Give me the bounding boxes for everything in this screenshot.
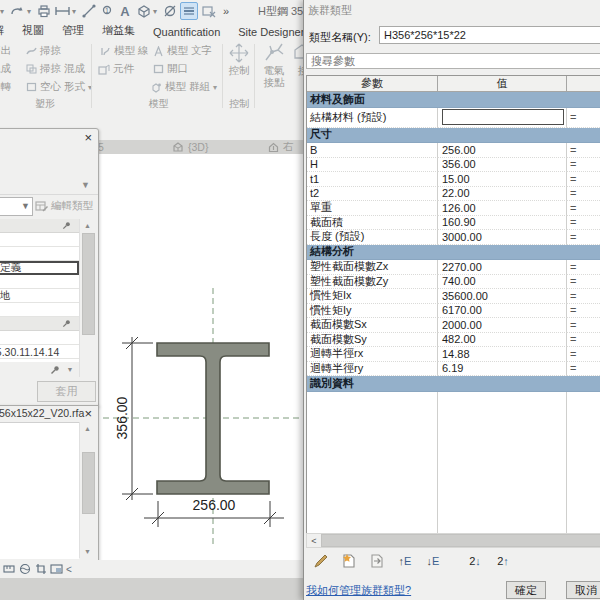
revolve-button[interactable]: 迴轉	[0, 80, 11, 94]
close-hidden-windows-icon[interactable]	[200, 3, 216, 19]
move-parameter-up-icon[interactable]: ↑↑EE	[396, 552, 414, 570]
parameter-row[interactable]: 塑性截面模數Zx2270.00=	[307, 260, 600, 275]
swept-blend-button[interactable]: 掃掠 混成	[26, 62, 85, 76]
visual-style-icon[interactable]	[18, 563, 31, 576]
parameter-row[interactable]: t115.00=	[307, 172, 600, 187]
default-3d-view-icon[interactable]	[135, 3, 151, 19]
model-text-button[interactable]: 模型 文字	[153, 44, 212, 58]
delete-parameter-icon[interactable]	[368, 552, 386, 570]
parameter-group-header[interactable]: 識別資料	[307, 376, 600, 392]
drawing-area[interactable]: 356.00 256.00	[97, 154, 303, 560]
redo-icon[interactable]	[9, 3, 25, 19]
cancel-button[interactable]: 取消	[566, 581, 600, 599]
type-selector[interactable]: ▼	[0, 146, 98, 195]
parameter-row[interactable]: 截面模數Sy482.00=	[307, 333, 600, 348]
help-link[interactable]: 我如何管理族群類型?	[306, 583, 411, 598]
property-row[interactable]	[0, 233, 79, 247]
parameter-row[interactable]: 截面模數Sx2000.00=	[307, 318, 600, 333]
scrollbar-thumb[interactable]	[321, 534, 600, 547]
parameter-group-header[interactable]: 尺寸	[307, 128, 600, 144]
show-crop-icon[interactable]	[50, 563, 63, 576]
dimension-height-text[interactable]: 356.00	[114, 396, 130, 439]
parameter-row[interactable]: 慣性矩Ix35600.00=	[307, 289, 600, 304]
property-row[interactable]	[0, 275, 79, 289]
parameter-row[interactable]: 長度 (預設)3000.00=	[307, 230, 600, 245]
panel-model-label[interactable]: 模型	[95, 97, 222, 111]
parameter-row[interactable]: 迴轉半徑ry6.19=	[307, 362, 600, 377]
close-icon[interactable]: ×	[84, 131, 92, 144]
section-icon[interactable]	[162, 3, 178, 19]
text-tool-icon[interactable]: A	[117, 3, 133, 19]
property-group-header[interactable]	[0, 219, 79, 233]
crop-region-icon[interactable]	[34, 563, 47, 576]
scrollbar-thumb[interactable]	[82, 452, 95, 514]
properties-filter-dropdown[interactable]: ▼	[0, 197, 33, 216]
properties-scrollbar[interactable]: ▲	[79, 219, 95, 377]
statusbar-expand-icon[interactable]: <	[66, 564, 72, 575]
opening-button[interactable]: 開口	[153, 62, 188, 76]
sort-descending-icon[interactable]: 2↑	[494, 552, 512, 570]
project-browser-title[interactable]: 56x15x22_V20.rfa ×	[0, 406, 98, 421]
parameter-row[interactable]: 結構材料 (預設)=	[307, 108, 600, 128]
pin-icon[interactable]	[62, 319, 71, 328]
dimension-width-text[interactable]: 256.00	[193, 497, 236, 513]
view-tab-3d[interactable]: {3D}	[172, 141, 208, 153]
edit-parameter-icon[interactable]	[312, 552, 330, 570]
parameter-row[interactable]: H356.00=	[307, 158, 600, 173]
void-forms-button[interactable]: 空心 形式▾	[26, 80, 92, 94]
scroll-up-icon[interactable]: ▲	[80, 422, 95, 435]
search-parameters-input[interactable]	[306, 53, 600, 69]
horizontal-scrollbar[interactable]: <	[306, 533, 600, 548]
scale-icon[interactable]	[2, 563, 15, 576]
aligned-dimension-icon[interactable]	[81, 3, 97, 19]
property-row[interactable]: 定義	[0, 261, 79, 275]
panel-control-label[interactable]: 控制	[225, 97, 253, 111]
project-browser-scrollbar[interactable]: ▲ ▼	[79, 422, 95, 558]
tab-manage[interactable]: 管理	[53, 21, 93, 40]
model-group-button[interactable]: 模型 群組▾	[150, 80, 217, 94]
parameter-row[interactable]: B256.00=	[307, 143, 600, 158]
apply-button[interactable]: 套用	[37, 381, 96, 402]
sweep-button[interactable]: 掃掠	[26, 44, 61, 58]
tab-fragment[interactable]: 解	[0, 21, 13, 40]
print-icon[interactable]	[36, 3, 52, 19]
new-parameter-icon[interactable]	[340, 552, 358, 570]
parameter-row[interactable]: 迴轉半徑rx14.88=	[307, 347, 600, 362]
scroll-down-icon[interactable]: ▼	[80, 545, 95, 558]
measure-icon[interactable]	[54, 3, 70, 19]
parameter-row[interactable]: 塑性截面模數Zy740.00=	[307, 275, 600, 290]
scroll-up-icon[interactable]: ▲	[80, 219, 95, 232]
type-name-combobox[interactable]	[379, 26, 600, 44]
parameter-row[interactable]: 慣性矩Iy6170.00=	[307, 304, 600, 319]
qat-more-icon[interactable]: »	[218, 3, 234, 19]
column-header-value[interactable]: 值	[438, 76, 567, 91]
chevron-down-icon[interactable]: ▾	[72, 7, 79, 16]
property-row[interactable]: 地	[0, 289, 79, 303]
edit-type-button[interactable]: 編輯類型	[35, 197, 95, 214]
tab-quantification[interactable]: Quantification	[144, 24, 229, 40]
material-value-input[interactable]	[442, 109, 564, 125]
chevron-down-icon[interactable]: ▾	[153, 7, 160, 16]
property-group-header[interactable]	[0, 317, 79, 331]
properties-title-bar[interactable]: ×	[0, 129, 98, 145]
component-button[interactable]: 元件	[98, 62, 134, 76]
column-header-formula[interactable]	[567, 76, 600, 91]
sort-ascending-icon[interactable]: 2↓	[466, 552, 484, 570]
scroll-down-icon[interactable]: ▼	[64, 363, 76, 376]
property-row[interactable]	[0, 303, 79, 317]
move-parameter-down-icon[interactable]: ↓E	[424, 552, 442, 570]
tag-icon[interactable]: 1	[99, 3, 115, 19]
parameter-group-header[interactable]: 結構分析	[307, 245, 600, 261]
property-row[interactable]	[0, 247, 79, 261]
scroll-left-icon[interactable]: <	[307, 536, 321, 546]
thin-lines-toggle-icon[interactable]	[180, 2, 198, 20]
property-row[interactable]	[0, 331, 79, 345]
scrollbar-thumb[interactable]	[82, 233, 95, 335]
view-tab-right-elevation[interactable]: 右	[268, 140, 294, 154]
tab-addins[interactable]: 增益集	[93, 21, 144, 40]
close-icon[interactable]: ×	[84, 407, 92, 420]
chevron-down-icon[interactable]: ▾	[27, 7, 34, 16]
column-header-parameter[interactable]: 參數	[307, 76, 438, 91]
parameter-row[interactable]: 單重126.00=	[307, 201, 600, 216]
property-row[interactable]: 25.30.11.14.14	[0, 345, 79, 359]
